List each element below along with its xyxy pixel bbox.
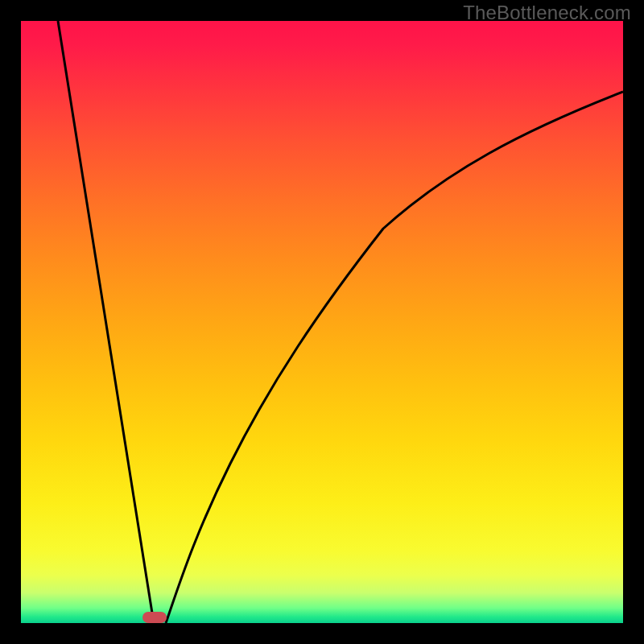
minimum-marker bbox=[142, 612, 167, 623]
plot-area bbox=[21, 21, 623, 623]
chart-container: TheBottleneck.com bbox=[0, 0, 644, 644]
curve-right-branch bbox=[166, 92, 623, 623]
curve-overlay bbox=[21, 21, 623, 623]
curve-left-branch bbox=[58, 21, 154, 623]
